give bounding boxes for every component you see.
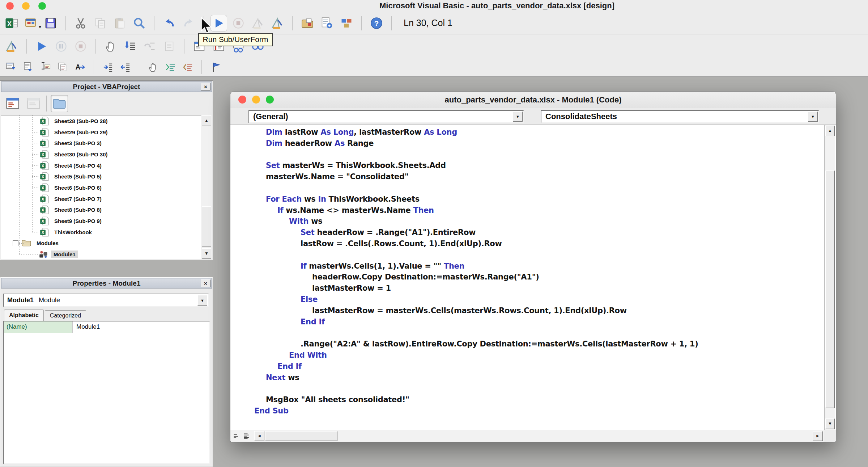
tree-item-sheet6-sub-po-6[interactable]: XSheet6 (Sub-PO 6) bbox=[1, 182, 201, 193]
sheet-icon: X bbox=[39, 183, 49, 193]
step-over-icon[interactable] bbox=[142, 38, 158, 54]
scroll-left-icon[interactable]: ◄ bbox=[254, 431, 264, 441]
save-icon[interactable] bbox=[43, 15, 59, 31]
toolbar-separator bbox=[94, 60, 94, 74]
tree-item-sheet28-sub-po-28[interactable]: XSheet28 (Sub-PO 28) bbox=[1, 115, 201, 127]
tree-item-sheet8-sub-po-8[interactable]: XSheet8 (Sub-PO 8) bbox=[1, 205, 201, 216]
step-into-icon[interactable] bbox=[122, 38, 138, 54]
property-value-cell[interactable]: Module1 bbox=[73, 321, 209, 333]
dropdown-caret-icon[interactable]: ▾ bbox=[39, 24, 41, 30]
outdent-icon[interactable] bbox=[118, 60, 132, 74]
procedure-view-icon[interactable] bbox=[232, 432, 241, 440]
zoom-traffic-light-icon[interactable] bbox=[266, 96, 274, 104]
tree-item-sheet30-sub-po-30[interactable]: XSheet30 (Sub-PO 30) bbox=[1, 149, 201, 160]
chevron-down-icon[interactable]: ▼ bbox=[808, 112, 818, 122]
project-panel-titlebar[interactable]: Project - VBAProject × bbox=[1, 81, 212, 92]
project-tree[interactable]: XSheet28 (Sub-PO 28)XSheet29 (Sub-PO 29)… bbox=[1, 115, 201, 259]
property-name-cell[interactable]: (Name) bbox=[4, 321, 73, 333]
view-object-icon[interactable] bbox=[25, 95, 42, 112]
tree-item-module1[interactable]: Module1 bbox=[1, 249, 201, 259]
tree-item-label: Sheet7 (Sub-PO 7) bbox=[52, 195, 104, 203]
scroll-right-icon[interactable]: ► bbox=[813, 431, 823, 441]
parameter-info-icon[interactable] bbox=[56, 60, 69, 74]
tree-item-label: Sheet28 (Sub-PO 28) bbox=[52, 117, 110, 125]
procedure-dropdown[interactable]: ConsolidateSheets ▼ bbox=[541, 110, 819, 123]
main-titlebar[interactable]: Microsoft Visual Basic - auto_parts_vend… bbox=[0, 0, 868, 12]
insert-userform-icon[interactable]: ▾ bbox=[23, 15, 39, 31]
cut-icon[interactable] bbox=[73, 15, 89, 31]
svg-text:X: X bbox=[42, 186, 44, 190]
scroll-down-icon[interactable]: ▼ bbox=[825, 418, 835, 429]
project-tree-scrollbar[interactable]: ▲ ▼ bbox=[201, 115, 212, 259]
tree-item-label: ThisWorkbook bbox=[52, 228, 94, 236]
close-icon[interactable]: × bbox=[201, 83, 210, 91]
design-mode-dim-icon[interactable] bbox=[250, 15, 266, 31]
scrollbar-thumb[interactable] bbox=[265, 431, 337, 441]
find-icon[interactable] bbox=[131, 15, 147, 31]
chevron-down-icon[interactable]: ▼ bbox=[197, 295, 207, 306]
code-window-titlebar[interactable]: auto_parts_vendor_data.xlsx - Module1 (C… bbox=[230, 92, 836, 109]
indent-icon[interactable] bbox=[101, 60, 115, 74]
toggle-breakpoint-icon[interactable] bbox=[103, 38, 119, 54]
redo-icon[interactable] bbox=[181, 15, 197, 31]
close-traffic-light-icon[interactable] bbox=[238, 96, 246, 104]
tree-item-sheet4-sub-po-4[interactable]: XSheet4 (Sub-PO 4) bbox=[1, 160, 201, 171]
toggle-folders-icon[interactable] bbox=[51, 95, 68, 112]
list-constants-icon[interactable] bbox=[21, 60, 35, 74]
quick-info-icon[interactable] bbox=[38, 60, 52, 74]
tree-item-thisworkbook[interactable]: XThisWorkbook bbox=[1, 227, 201, 238]
copy-icon[interactable] bbox=[92, 15, 108, 31]
tree-collapse-icon[interactable]: − bbox=[13, 240, 18, 246]
tree-item-sheet7-sub-po-7[interactable]: XSheet7 (Sub-PO 7) bbox=[1, 193, 201, 205]
scrollbar-thumb[interactable] bbox=[825, 171, 835, 408]
paste-icon[interactable] bbox=[112, 15, 128, 31]
properties-panel-titlebar[interactable]: Properties - Module1 × bbox=[1, 278, 212, 289]
code-dropdown-row: (General) ▼ ConsolidateSheets ▼ bbox=[230, 108, 836, 125]
project-explorer-icon[interactable] bbox=[299, 15, 315, 31]
code-editor[interactable]: Dim lastRow As Long, lastMasterRow As Lo… bbox=[230, 125, 824, 430]
toolbar-separator bbox=[201, 60, 202, 74]
scroll-down-icon[interactable]: ▼ bbox=[202, 248, 211, 259]
view-code-icon[interactable] bbox=[4, 95, 21, 112]
comment-block-icon[interactable] bbox=[163, 60, 177, 74]
code-horizontal-scrollbar[interactable]: ◄ ► bbox=[230, 430, 836, 442]
break-icon[interactable] bbox=[53, 38, 69, 54]
complete-word-icon[interactable]: A bbox=[73, 60, 87, 74]
help-icon[interactable]: ? bbox=[369, 15, 384, 31]
design-mode-icon[interactable] bbox=[269, 15, 285, 31]
properties-window-icon[interactable] bbox=[319, 15, 335, 31]
tree-item-sheet9-sub-po-9[interactable]: XSheet9 (Sub-PO 9) bbox=[1, 215, 201, 227]
object-selector-dropdown[interactable]: Module1Module ▼ bbox=[3, 294, 209, 307]
reset-icon[interactable] bbox=[73, 38, 89, 54]
code-line bbox=[246, 249, 823, 261]
tree-item-modules[interactable]: −Modules bbox=[1, 238, 201, 249]
toggle-breakpoint-icon[interactable] bbox=[146, 60, 160, 74]
code-line bbox=[246, 383, 823, 394]
undo-icon[interactable] bbox=[161, 15, 177, 31]
toggle-bookmark-icon[interactable] bbox=[209, 60, 222, 74]
scroll-up-icon[interactable]: ▲ bbox=[825, 126, 835, 136]
object-browser-icon[interactable] bbox=[339, 15, 354, 31]
tree-item-sheet3-sub-po-3[interactable]: XSheet3 (Sub-PO 3) bbox=[1, 138, 201, 149]
scroll-up-icon[interactable]: ▲ bbox=[202, 115, 211, 126]
tree-item-sheet29-sub-po-29[interactable]: XSheet29 (Sub-PO 29) bbox=[1, 127, 201, 138]
full-module-view-icon[interactable] bbox=[242, 432, 251, 440]
list-properties-icon[interactable] bbox=[4, 60, 17, 74]
uncomment-block-icon[interactable] bbox=[181, 60, 195, 74]
chevron-down-icon[interactable]: ▼ bbox=[513, 112, 523, 122]
sheet-icon: X bbox=[39, 205, 49, 215]
reset-icon[interactable] bbox=[230, 15, 246, 31]
code-vertical-scrollbar[interactable]: ▲ ▼ bbox=[824, 125, 835, 430]
excel-icon[interactable]: X bbox=[4, 15, 20, 31]
step-out-icon[interactable] bbox=[161, 38, 177, 54]
close-icon[interactable]: × bbox=[201, 279, 210, 287]
tab-categorized[interactable]: Categorized bbox=[45, 310, 86, 321]
minimize-traffic-light-icon[interactable] bbox=[252, 96, 260, 104]
run-icon[interactable] bbox=[34, 38, 50, 54]
property-row[interactable]: (Name) Module1 bbox=[4, 321, 209, 333]
tree-item-sheet5-sub-po-5[interactable]: XSheet5 (Sub-PO 5) bbox=[1, 171, 201, 182]
object-dropdown[interactable]: (General) ▼ bbox=[248, 110, 524, 123]
tab-alphabetic[interactable]: Alphabetic bbox=[4, 310, 44, 321]
scrollbar-thumb[interactable] bbox=[202, 206, 211, 247]
design-mode-icon[interactable] bbox=[4, 38, 20, 54]
